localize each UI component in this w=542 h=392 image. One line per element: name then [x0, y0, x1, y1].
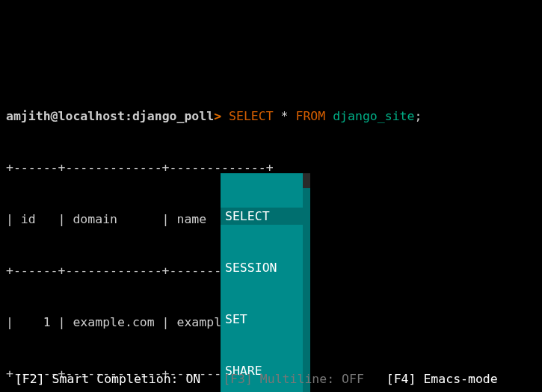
prompt-symbol: > [214, 109, 221, 123]
prompt-database: django_poll [132, 109, 214, 123]
f2-value: ON [185, 372, 200, 386]
f4-label: Emacs-mode [416, 372, 497, 386]
autocomplete-item[interactable]: SELECT [221, 208, 310, 225]
autocomplete-popup[interactable]: SELECT SESSION SET SHARE SHOW SIZE SMALL… [221, 173, 310, 392]
status-bar: [F2] Smart Completion: ON [F3] Multiline… [0, 370, 542, 388]
f4-key-hint: [F4] [387, 372, 416, 386]
autocomplete-item[interactable]: SESSION [221, 259, 310, 276]
f2-key-hint: [F2] [15, 372, 45, 386]
f3-label: Multiline: [253, 372, 342, 386]
sql-from-keyword: FROM [295, 109, 325, 123]
f3-key-hint: [F3] [223, 372, 253, 386]
sql-select-keyword: SELECT [229, 109, 274, 123]
f2-label: Smart Completion: [45, 372, 186, 386]
autocomplete-item[interactable]: SET [221, 311, 310, 328]
sql-star: * [281, 109, 289, 123]
autocomplete-scrollbar-thumb[interactable] [303, 173, 310, 188]
sql-table-identifier: django_site [333, 109, 414, 123]
prompt-user-host: amjith@localhost: [6, 109, 132, 123]
autocomplete-scrollbar[interactable] [303, 173, 310, 392]
executed-command-line: amjith@localhost:django_poll> SELECT * F… [6, 108, 536, 125]
f3-value: OFF [342, 372, 364, 386]
sql-semicolon: ; [414, 109, 422, 123]
